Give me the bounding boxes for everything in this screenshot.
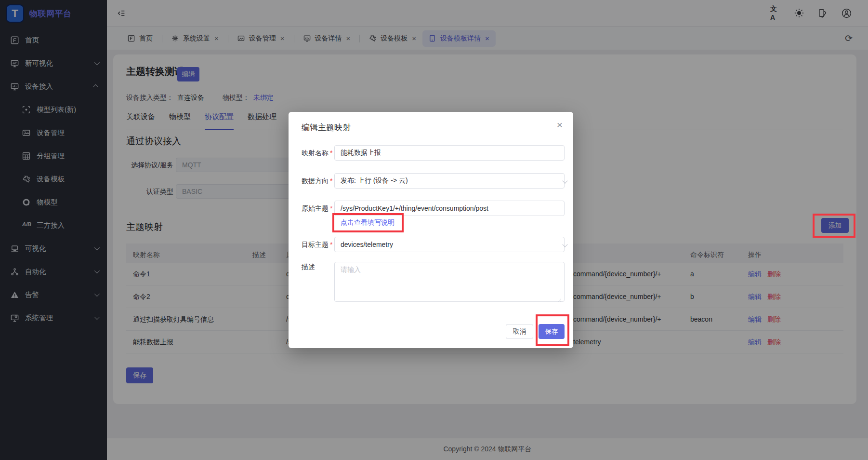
close-icon[interactable]: × [557,120,563,130]
origin-topic-label: 原始主题* [302,201,332,216]
target-topic-select[interactable]: devices/telemetry [334,237,565,252]
data-direction-select[interactable]: 发布: 上行 (设备 -> 云) [334,173,565,189]
mapping-name-label: 映射名称* [302,145,332,161]
description-textarea[interactable] [334,262,565,302]
edit-topic-mapping-dialog: 编辑主题映射 × 映射名称* 数据方向* 发布: 上行 (设备 -> 云) 原始… [289,112,573,348]
description-label: 描述 [302,259,315,274]
modal-save-button[interactable]: 保存 [539,324,565,339]
origin-topic-input[interactable] [334,201,565,216]
mapping-name-input[interactable] [334,145,565,161]
help-link[interactable]: 点击查看填写说明 [341,218,395,227]
cancel-button[interactable]: 取消 [506,324,533,339]
dialog-title: 编辑主题映射 [302,122,351,133]
target-topic-label: 目标主题* [302,237,332,252]
data-direction-label: 数据方向* [302,173,332,189]
